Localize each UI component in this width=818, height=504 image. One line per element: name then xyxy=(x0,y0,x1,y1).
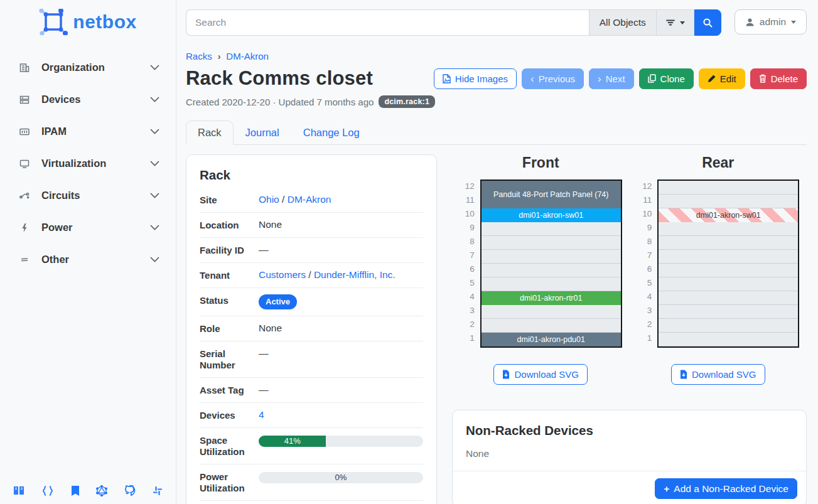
delete-button[interactable]: Delete xyxy=(750,68,807,89)
devices-count-link[interactable]: 4 xyxy=(259,409,264,420)
rear-download-svg-button[interactable]: Download SVG xyxy=(671,364,765,385)
rack-device[interactable]: dmi01-akron-pdu01 xyxy=(482,333,621,346)
rest-api-braces-icon[interactable] xyxy=(41,485,54,496)
tab-journal[interactable]: Journal xyxy=(234,121,291,145)
empty-rack-unit[interactable] xyxy=(482,277,621,291)
sidebar-item-organization[interactable]: Organization xyxy=(0,51,176,83)
empty-rack-unit[interactable] xyxy=(482,319,621,333)
unit-number: 9 xyxy=(637,221,652,235)
docs-book-icon[interactable] xyxy=(13,485,25,496)
front-download-svg-button[interactable]: Download SVG xyxy=(493,364,588,385)
sidebar-item-devices[interactable]: Devices xyxy=(0,83,176,115)
unit-number: 3 xyxy=(460,304,475,318)
unit-number: 2 xyxy=(460,318,475,331)
trash-icon xyxy=(759,74,767,83)
chevron-left-icon: ‹ xyxy=(530,73,534,84)
rack-group-link[interactable]: DM-Akron xyxy=(288,194,331,205)
left-column: Rack Site Ohio / DM-Akron Location None … xyxy=(186,154,437,504)
site-link[interactable]: Ohio xyxy=(259,194,279,205)
empty-rack-unit[interactable] xyxy=(659,305,798,319)
breadcrumb-rack-group-link[interactable]: DM-Akron xyxy=(226,51,269,62)
sidebar-footer xyxy=(0,485,176,496)
github-icon[interactable] xyxy=(124,485,136,496)
unit-number: 9 xyxy=(460,221,475,235)
breadcrumb-racks-link[interactable]: Racks xyxy=(186,51,212,62)
front-elevation-title: Front xyxy=(522,154,559,171)
tab-change-log[interactable]: Change Log xyxy=(291,121,372,145)
empty-rack-unit[interactable] xyxy=(659,277,798,291)
search-icon xyxy=(702,18,713,28)
next-button[interactable]: › Next xyxy=(589,68,634,89)
front-unit-numbers: 121110987654321 xyxy=(460,180,475,348)
space-utilization-fill: 41% xyxy=(259,436,326,447)
hide-images-button[interactable]: Hide Images xyxy=(434,68,517,89)
graphql-icon[interactable] xyxy=(96,485,107,496)
rack-device[interactable]: dmi01-akron-sw01 xyxy=(482,208,621,222)
rack-device[interactable]: Panduit 48-Port Patch Panel (74) xyxy=(482,181,621,208)
pencil-icon xyxy=(708,75,716,83)
api-docs-book-icon[interactable] xyxy=(70,485,80,496)
front-rack-drawing: Panduit 48-Port Patch Panel (74)dmi01-ak… xyxy=(480,180,622,348)
circuits-nodes-icon xyxy=(18,190,31,201)
user-menu-button[interactable]: admin xyxy=(735,9,807,35)
unit-number: 3 xyxy=(637,304,652,318)
empty-rack-unit[interactable] xyxy=(659,236,798,250)
download-file-icon xyxy=(680,370,687,379)
empty-rack-unit[interactable] xyxy=(659,333,798,346)
empty-rack-unit[interactable] xyxy=(482,222,621,236)
unit-number: 4 xyxy=(637,290,652,304)
space-utilization-row: Space Utilization 41% xyxy=(200,428,423,464)
empty-rack-unit[interactable] xyxy=(659,264,798,277)
user-label: admin xyxy=(760,16,786,28)
rear-elevation: Rear 121110987654321 dmi01-akron-sw01 Do… xyxy=(637,154,799,385)
netbox-logo[interactable]: netbox xyxy=(0,9,176,35)
sidebar-item-ipam[interactable]: IPAM xyxy=(0,115,176,147)
role-row: Role None xyxy=(200,316,423,341)
empty-rack-unit[interactable] xyxy=(659,319,798,333)
empty-rack-unit[interactable] xyxy=(659,291,798,305)
non-racked-devices-card: Non-Racked Devices None + Add a Non-Rack… xyxy=(452,410,807,504)
rack-device[interactable]: dmi01-akron-rtr01 xyxy=(482,291,621,305)
rear-rack-drawing: dmi01-akron-sw01 xyxy=(657,180,799,348)
asset-tag-row: Asset Tag — xyxy=(200,378,423,403)
search-filter-button[interactable] xyxy=(656,9,694,36)
tenant-group-link[interactable]: Customers xyxy=(259,269,306,280)
tab-rack[interactable]: Rack xyxy=(186,121,234,145)
copy-icon xyxy=(648,74,656,83)
right-column: Front 121110987654321 Panduit 48-Port Pa… xyxy=(452,154,807,504)
empty-rack-unit[interactable] xyxy=(482,305,621,319)
edit-button[interactable]: Edit xyxy=(699,68,745,89)
empty-rack-unit[interactable] xyxy=(659,250,798,264)
empty-rack-unit[interactable] xyxy=(659,195,798,208)
tenant-row: Tenant Customers / Dunder-Mifflin, Inc. xyxy=(200,263,423,288)
sidebar-item-circuits[interactable]: Circuits xyxy=(0,180,176,212)
empty-rack-unit[interactable] xyxy=(482,250,621,264)
unit-number: 8 xyxy=(460,235,475,249)
sidebar-item-virtualization[interactable]: Virtualization xyxy=(0,147,176,180)
page-title: Rack Comms closet xyxy=(186,67,373,90)
unit-number: 11 xyxy=(637,193,652,207)
tenant-link[interactable]: Dunder-Mifflin, Inc. xyxy=(314,269,396,280)
add-non-racked-device-button[interactable]: + Add a Non-Racked Device xyxy=(655,478,797,499)
search-input[interactable] xyxy=(186,9,589,36)
empty-rack-unit[interactable] xyxy=(482,236,621,250)
object-action-buttons: Hide Images ‹ Previous › Next Clone Ed xyxy=(434,68,807,89)
clone-button[interactable]: Clone xyxy=(639,68,694,89)
chevron-down-icon xyxy=(150,97,159,102)
sidebar-item-other[interactable]: Other xyxy=(0,244,176,276)
unit-number: 7 xyxy=(637,249,652,262)
rack-device[interactable]: dmi01-akron-sw01 xyxy=(659,208,798,222)
empty-rack-unit[interactable] xyxy=(659,181,798,195)
empty-rack-unit[interactable] xyxy=(482,264,621,277)
sidebar-item-power[interactable]: Power xyxy=(0,212,176,244)
slack-icon[interactable] xyxy=(152,485,163,496)
previous-button[interactable]: ‹ Previous xyxy=(522,68,584,89)
front-elevation: Front 121110987654321 Panduit 48-Port Pa… xyxy=(460,154,622,385)
unit-number: 7 xyxy=(460,249,475,262)
caret-down-icon xyxy=(791,21,796,24)
unit-number: 5 xyxy=(460,276,475,290)
empty-rack-unit[interactable] xyxy=(659,222,798,236)
search-scope-select[interactable]: All Objects xyxy=(589,9,656,36)
power-bolt-icon xyxy=(18,222,31,233)
search-submit-button[interactable] xyxy=(694,9,721,36)
